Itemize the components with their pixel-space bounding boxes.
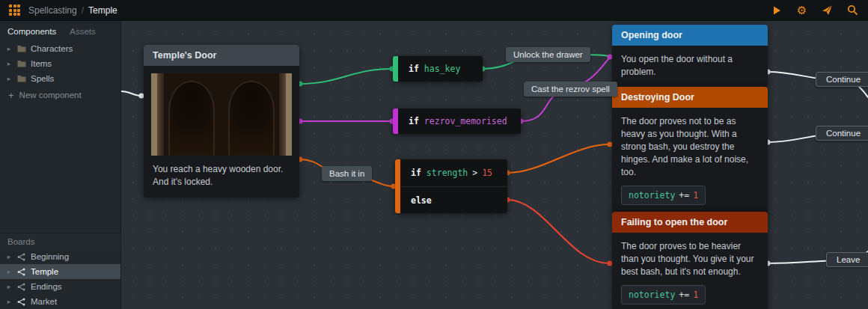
sidebar-tabs: Components Assets xyxy=(0,21,120,41)
node-body-temples-door: You reach a heavy wooden door. And it's … xyxy=(144,156,299,198)
branch-accent-green xyxy=(393,56,398,82)
board-icon xyxy=(16,298,26,306)
breadcrumb-current: Temple xyxy=(88,5,117,16)
code-chip-notoriety[interactable]: notoriety+=1 xyxy=(621,186,706,205)
gear-icon[interactable]: ⚙ xyxy=(795,4,808,16)
node-header-destroying-door[interactable]: Destroying Door xyxy=(612,87,768,108)
board-item-label: Temple xyxy=(31,267,58,276)
folder-icon xyxy=(16,45,26,52)
boards-header[interactable]: Boards xyxy=(0,233,120,249)
door-photo-panel-left xyxy=(168,81,215,156)
node-body-failing-door: The door proves to be heavier than you t… xyxy=(621,240,759,278)
branch-if-strength[interactable]: if strength > 15 xyxy=(400,159,507,186)
board-item-label: Market xyxy=(31,297,57,306)
branch-variable: strength xyxy=(427,168,468,178)
edge-else-to-failing[interactable] xyxy=(507,200,609,263)
board-icon xyxy=(16,253,26,261)
node-failing-door[interactable]: Failing to open the door The door proves… xyxy=(612,212,768,309)
node-body-opening-door: You open the door without a problem. xyxy=(612,46,768,88)
sidebar-item-label: Characters xyxy=(31,44,73,53)
topbar: Spellcasting / Temple ⚙ xyxy=(0,0,868,21)
play-icon[interactable] xyxy=(770,4,783,16)
code-value: 1 xyxy=(693,290,698,300)
branch-condition: rezrov_memorised xyxy=(424,116,507,126)
branch-if-rezrov-memorised[interactable]: if rezrov_memorised xyxy=(393,108,521,134)
board-item-label: Endings xyxy=(31,282,62,291)
breadcrumb-separator: / xyxy=(82,5,84,16)
board-icon xyxy=(16,283,26,291)
tab-assets[interactable]: Assets xyxy=(70,27,96,36)
edge-label-bash-it-in[interactable]: Bash it in xyxy=(322,166,372,181)
edge-label-cast-spell[interactable]: Cast the rezrov spell xyxy=(524,82,617,97)
caret-icon[interactable]: ▸ xyxy=(6,45,12,52)
boards-section: Boards ▸ Beginning ▸ Temple ▸ xyxy=(0,233,120,309)
code-operator: += xyxy=(679,190,689,201)
edge-temple-to-haskey[interactable] xyxy=(300,69,391,84)
edge-strength-to-destroying[interactable] xyxy=(507,144,609,173)
branch-if-has-key[interactable]: if has_key xyxy=(393,56,483,82)
caret-icon[interactable]: ▸ xyxy=(6,268,12,275)
tab-components[interactable]: Components xyxy=(7,27,56,36)
branch-if-strength-else[interactable]: if strength > 15 else xyxy=(395,159,507,213)
board-item-temple[interactable]: ▸ Temple xyxy=(0,264,120,279)
edge-incoming-temple-door[interactable] xyxy=(121,91,141,96)
board-canvas[interactable]: Temple's Door You reach a heavy wooden d… xyxy=(121,21,868,309)
code-variable: notoriety xyxy=(629,190,675,201)
board-item-beginning[interactable]: ▸ Beginning xyxy=(0,249,120,264)
branch-condition: has_key xyxy=(424,64,460,74)
branch-else[interactable]: else xyxy=(400,186,507,213)
app-window: Spellcasting / Temple ⚙ Components Asset… xyxy=(0,0,868,309)
board-item-label: Beginning xyxy=(31,252,69,261)
new-component-button[interactable]: + New component xyxy=(0,86,120,104)
folder-icon xyxy=(16,75,26,82)
node-temples-door[interactable]: Temple's Door You reach a heavy wooden d… xyxy=(144,45,299,198)
app-menu-icon[interactable] xyxy=(9,4,20,16)
caret-icon[interactable]: ▸ xyxy=(6,75,12,82)
code-chip-notoriety[interactable]: notoriety+=1 xyxy=(621,285,706,305)
branch-operator: > xyxy=(472,168,477,178)
branch-keyword: else xyxy=(411,195,432,206)
edge-label-unlock-drawer[interactable]: Unlock the drawer xyxy=(506,47,590,62)
door-photo-panel-right xyxy=(228,81,275,156)
branch-accent-orange xyxy=(395,159,400,213)
sidebar-item-label: Spells xyxy=(31,74,54,83)
node-opening-door[interactable]: Opening door You open the door without a… xyxy=(612,25,768,88)
branch-accent-magenta xyxy=(393,108,398,134)
edge-label-continue-destroying[interactable]: Continue xyxy=(816,126,868,141)
folder-icon xyxy=(16,60,26,67)
code-value: 1 xyxy=(693,190,698,201)
breadcrumb: Spellcasting / Temple xyxy=(28,5,117,16)
sidebar-item-spells[interactable]: ▸ Spells xyxy=(0,71,120,86)
branch-value: 15 xyxy=(482,168,492,178)
branch-keyword: if xyxy=(411,168,421,178)
search-icon[interactable] xyxy=(846,4,859,16)
sidebar-item-items[interactable]: ▸ Items xyxy=(0,56,120,71)
edge-label-continue-opening[interactable]: Continue xyxy=(816,72,868,87)
node-destroying-door[interactable]: Destroying Door The door proves not to b… xyxy=(612,87,768,214)
caret-icon[interactable]: ▸ xyxy=(6,60,12,67)
caret-icon[interactable]: ▸ xyxy=(6,298,12,305)
code-operator: += xyxy=(679,290,689,300)
node-header-opening-door[interactable]: Opening door xyxy=(612,25,768,46)
branch-keyword: if xyxy=(409,64,419,74)
caret-icon[interactable]: ▸ xyxy=(6,283,12,290)
breadcrumb-project[interactable]: Spellcasting xyxy=(28,5,77,16)
new-component-label: New component xyxy=(19,91,82,100)
code-variable: notoriety xyxy=(629,290,675,300)
door-photo xyxy=(151,73,292,156)
send-icon[interactable] xyxy=(821,4,834,16)
node-header-failing-door[interactable]: Failing to open the door xyxy=(612,212,768,233)
board-item-endings[interactable]: ▸ Endings xyxy=(0,279,120,294)
edge-label-leave[interactable]: Leave xyxy=(826,252,868,267)
board-icon xyxy=(16,268,26,276)
board-item-market[interactable]: ▸ Market xyxy=(0,294,120,309)
plus-icon: + xyxy=(8,90,14,101)
branch-keyword: if xyxy=(409,116,419,126)
sidebar-item-label: Items xyxy=(31,59,52,68)
sidebar: Components Assets ▸ Characters ▸ Items ▸… xyxy=(0,21,121,309)
sidebar-item-characters[interactable]: ▸ Characters xyxy=(0,41,120,56)
node-body-destroying-door: The door proves not to be as heavy as yo… xyxy=(621,115,759,179)
caret-icon[interactable]: ▸ xyxy=(6,253,12,260)
node-header-temples-door[interactable]: Temple's Door xyxy=(144,45,299,66)
